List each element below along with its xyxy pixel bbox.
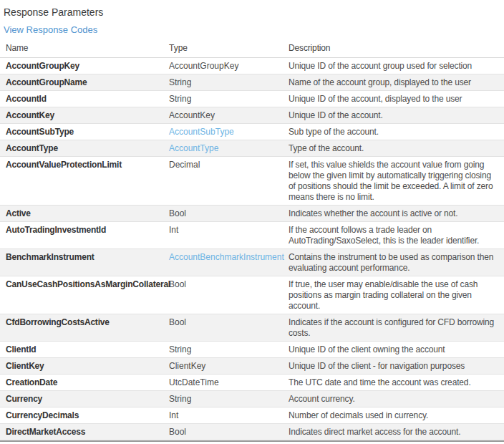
column-header-description: Description — [289, 39, 504, 57]
param-description: Number of decimals used in currency. — [289, 407, 504, 423]
table-row: CfdBorrowingCostsActive Bool Indicates i… — [0, 314, 504, 342]
param-description: If set, this value shields the account v… — [289, 157, 504, 205]
param-description: Type of the account. — [289, 140, 504, 156]
param-type: String — [169, 91, 289, 107]
param-description: Indicates direct market access for the a… — [289, 424, 504, 440]
param-description: Unique ID of the account, displayed to t… — [289, 91, 504, 107]
param-type: String — [169, 342, 289, 357]
param-type: Bool — [169, 206, 289, 221]
table-row: CurrencyDecimals Int Number of decimals … — [0, 407, 504, 424]
param-description: Contains the instrument to be used as co… — [289, 249, 504, 276]
table-body: AccountGroupKey AccountGroupKey Unique I… — [0, 58, 504, 440]
table-row: BenchmarkInstrument AccountBenchmarkInst… — [0, 249, 504, 276]
param-name: ClientKey — [0, 358, 169, 374]
param-name: AccountId — [0, 91, 169, 107]
param-name: CanUseCashPositionsAsMarginCollateral — [0, 276, 169, 292]
column-header-name: Name — [0, 39, 169, 57]
table-row: AccountValueProtectionLimit Decimal If s… — [0, 157, 504, 206]
param-name: AccountGroupName — [0, 74, 169, 90]
table-row: AccountGroupName String Name of the acco… — [0, 74, 504, 91]
param-name: AccountValueProtectionLimit — [0, 157, 169, 173]
table-row: CanUseCashPositionsAsMarginCollateral Bo… — [0, 276, 504, 314]
param-type: Int — [169, 222, 289, 238]
param-type: Bool — [169, 314, 289, 330]
param-description: If the account follows a trade leader on… — [289, 222, 504, 248]
table-row: ClientId String Unique ID of the client … — [0, 342, 504, 358]
table-row: DirectMarketAccess Bool Indicates direct… — [0, 424, 504, 440]
param-name: Active — [0, 206, 169, 221]
param-name: CurrencyDecimals — [0, 407, 169, 423]
table-row: AccountGroupKey AccountGroupKey Unique I… — [0, 58, 504, 74]
table-row: AutoTradingInvestmentId Int If the accou… — [0, 222, 504, 249]
param-description: Unique ID of the client owning the accou… — [289, 342, 504, 357]
response-parameters-section: Response Parameters View Response Codes … — [0, 6, 504, 442]
table-row: AccountSubType AccountSubType Sub type o… — [0, 124, 504, 140]
param-type-link[interactable]: AccountBenchmarkInstrument — [169, 249, 289, 265]
table-row: ClientKey ClientKey Unique ID of the cli… — [0, 358, 504, 375]
param-name: AccountType — [0, 140, 169, 156]
param-name: AccountKey — [0, 107, 169, 123]
param-description: Unique ID of the account. — [289, 107, 504, 123]
param-name: AccountGroupKey — [0, 58, 169, 74]
param-name: ClientId — [0, 342, 169, 357]
param-description: Account currency. — [289, 391, 504, 407]
param-type: String — [169, 391, 289, 407]
column-header-type: Type — [169, 39, 289, 57]
table-row: AccountKey AccountKey Unique ID of the a… — [0, 107, 504, 124]
param-description: Unique ID of the account group used for … — [289, 58, 504, 74]
param-type: UtcDateTime — [169, 375, 289, 390]
param-description: The UTC date and time the account was cr… — [289, 375, 504, 390]
param-type: AccountKey — [169, 107, 289, 123]
view-response-codes-link[interactable]: View Response Codes — [4, 24, 97, 35]
param-description: If true, the user may enable/disable the… — [289, 276, 504, 314]
param-type: String — [169, 74, 289, 90]
table-row: Currency String Account currency. — [0, 391, 504, 407]
table-row: AccountId String Unique ID of the accoun… — [0, 91, 504, 107]
param-description: Indicates whether the account is active … — [289, 206, 504, 221]
param-description: Sub type of the account. — [289, 124, 504, 140]
table-header-row: Name Type Description — [0, 39, 504, 58]
param-type: Decimal — [169, 157, 289, 173]
param-type: ClientKey — [169, 358, 289, 374]
table-row: CreationDate UtcDateTime The UTC date an… — [0, 375, 504, 391]
param-description: Unique ID of the client - for navigation… — [289, 358, 504, 374]
param-description: Name of the account group, displayed to … — [289, 74, 504, 90]
param-type: Bool — [169, 424, 289, 440]
param-name: CreationDate — [0, 375, 169, 390]
parameters-table: Name Type Description AccountGroupKey Ac… — [0, 39, 504, 442]
table-row: AccountType AccountType Type of the acco… — [0, 140, 504, 157]
param-name: AutoTradingInvestmentId — [0, 222, 169, 238]
param-type: Int — [169, 407, 289, 423]
table-row: Active Bool Indicates whether the accoun… — [0, 206, 504, 222]
param-type-link[interactable]: AccountSubType — [169, 124, 289, 140]
param-name: BenchmarkInstrument — [0, 249, 169, 265]
param-description: Indicates if the account is configured f… — [289, 314, 504, 341]
page-title: Response Parameters — [4, 6, 504, 19]
param-name: CfdBorrowingCostsActive — [0, 314, 169, 330]
param-type: Bool — [169, 276, 289, 292]
param-name: DirectMarketAccess — [0, 424, 169, 440]
param-name: AccountSubType — [0, 124, 169, 140]
param-type: AccountGroupKey — [169, 58, 289, 74]
param-name: Currency — [0, 391, 169, 407]
param-type-link[interactable]: AccountType — [169, 140, 289, 156]
